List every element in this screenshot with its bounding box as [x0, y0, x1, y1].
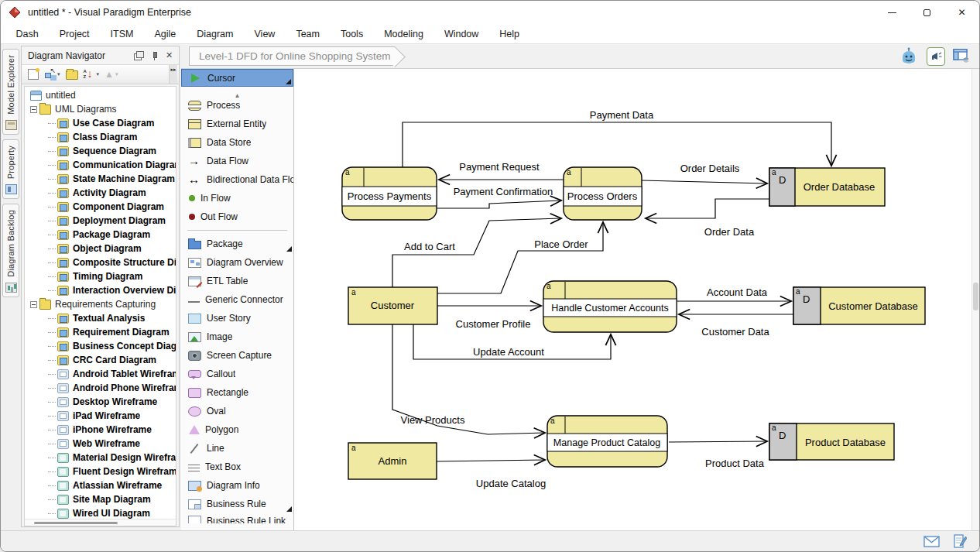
palette-bidirectional-data-flow[interactable]: Bidirectional Data Flow: [181, 170, 293, 189]
palette-line[interactable]: Line: [181, 439, 293, 458]
node-product-database[interactable]: a D Product Database: [769, 423, 894, 460]
tree-item-communication-diagram[interactable]: Communication Diagram: [25, 158, 176, 172]
navigate-up-button[interactable]: ▲▾: [103, 67, 119, 82]
menu-dash[interactable]: Dash: [5, 26, 49, 43]
canvas-vertical-scrollbar[interactable]: [971, 69, 979, 530]
tree-item-state-machine-diagram[interactable]: State Machine Diagram: [25, 172, 176, 186]
panel-layout-icon[interactable]: [953, 49, 970, 64]
palette-rectangle[interactable]: Rectangle: [181, 383, 293, 402]
node-process-payments[interactable]: a Process Payments: [342, 167, 437, 220]
tree-item-wired-ui-diagram[interactable]: Wired UI Diagram: [25, 506, 176, 519]
tree-item-business-concept-diagram[interactable]: Business Concept Diagram: [25, 339, 176, 353]
palette-out-flow[interactable]: Out Flow: [181, 207, 293, 226]
palette-cursor[interactable]: Cursor: [181, 69, 293, 87]
side-tab-property[interactable]: Property: [2, 139, 19, 199]
model-structure-button[interactable]: ▾: [43, 67, 62, 82]
palette-data-flow[interactable]: Data Flow: [181, 152, 293, 170]
toolbar-overflow-button[interactable]: ▸▸: [169, 65, 177, 84]
node-customer[interactable]: a Customer: [348, 287, 437, 324]
menu-diagram[interactable]: Diagram: [187, 26, 244, 43]
palette-scroll-down-icon[interactable]: [181, 523, 293, 530]
tree-item-untitled[interactable]: untitled: [25, 88, 176, 102]
close-panel-icon[interactable]: [165, 51, 175, 60]
float-panel-icon[interactable]: [134, 51, 144, 60]
edge-order-details[interactable]: [642, 180, 766, 183]
minimize-button[interactable]: [875, 1, 910, 24]
diagram-canvas[interactable]: Payment Data Payment Request Payment Con…: [294, 69, 979, 530]
palette-user-story[interactable]: User Story: [181, 309, 293, 327]
mail-icon[interactable]: [923, 536, 940, 547]
tree-item-package-diagram[interactable]: Package Diagram: [25, 228, 176, 242]
tree-item-uml-diagrams[interactable]: UML Diagrams: [25, 102, 176, 116]
node-customer-database[interactable]: a D Customer Database: [793, 287, 925, 324]
node-handle-customer-accounts[interactable]: a Handle Customer Accounts: [543, 281, 677, 332]
menu-itsm[interactable]: ITSM: [100, 26, 144, 43]
tree-item-interaction-overview-diagram[interactable]: Interaction Overview Diagram: [25, 283, 176, 297]
tree-item-composite-structure-diagram[interactable]: Composite Structure Diagram: [25, 255, 176, 269]
tree-item-material-design-wireframe[interactable]: Material Design Wireframe: [25, 451, 176, 465]
tree-expander-icon[interactable]: [30, 301, 37, 308]
tree-item-web-wireframe[interactable]: Web Wireframe: [25, 437, 176, 451]
announcement-button[interactable]: [927, 47, 945, 66]
sort-button[interactable]: ▾: [82, 67, 101, 82]
tree-scrollbar-thumb[interactable]: [34, 522, 118, 524]
palette-etl-table[interactable]: ETL Table: [181, 272, 293, 290]
tree-item-object-diagram[interactable]: Object Diagram: [25, 242, 176, 255]
palette-in-flow[interactable]: In Flow: [181, 189, 293, 207]
palette-screen-capture[interactable]: Screen Capture: [181, 346, 293, 365]
tree-item-activity-diagram[interactable]: Activity Diagram: [25, 186, 176, 200]
edge-update-catalog[interactable]: [437, 460, 544, 461]
tree-item-requirements-capturing[interactable]: Requirements Capturing: [25, 297, 176, 311]
tree-item-requirement-diagram[interactable]: Requirement Diagram: [25, 325, 176, 339]
menu-team[interactable]: Team: [286, 26, 331, 43]
node-order-database[interactable]: a D Order Database: [769, 168, 885, 206]
palette-scroll-up-icon[interactable]: [181, 87, 293, 96]
side-tab-model-explorer[interactable]: Model Explorer: [2, 49, 19, 135]
ai-assistant-icon[interactable]: [899, 47, 919, 66]
node-manage-product-catalog[interactable]: a Manage Product Catalog: [547, 416, 667, 467]
tree-item-android-phone-wireframe[interactable]: Android Phone Wireframe: [25, 381, 176, 395]
maximize-button[interactable]: [910, 1, 944, 24]
tree-item-site-map-diagram[interactable]: Site Map Diagram: [25, 492, 176, 506]
palette-package[interactable]: Package: [181, 235, 293, 253]
diagram-note-icon[interactable]: [954, 534, 967, 549]
palette-business-rule[interactable]: Business Rule: [181, 495, 293, 513]
menu-help[interactable]: Help: [489, 26, 530, 43]
tree-item-deployment-diagram[interactable]: Deployment Diagram: [25, 214, 176, 228]
edge-order-data[interactable]: [646, 199, 769, 218]
tree-item-atlassian-wireframe[interactable]: Atlassian Wireframe: [25, 478, 176, 492]
tree-item-fluent-design-wireframe[interactable]: Fluent Design Wireframe: [25, 465, 176, 478]
menu-agile[interactable]: Agile: [144, 26, 187, 43]
tree-item-crc-card-diagram[interactable]: CRC Card Diagram: [25, 353, 176, 367]
canvas-scrollbar-thumb[interactable]: [973, 283, 978, 310]
open-folder-button[interactable]: [64, 67, 80, 82]
tree-item-textual-analysis[interactable]: Textual Analysis: [25, 311, 176, 325]
menu-window[interactable]: Window: [433, 26, 488, 43]
palette-data-store[interactable]: Data Store: [181, 133, 293, 152]
palette-polygon[interactable]: Polygon: [181, 420, 293, 439]
pin-panel-icon[interactable]: [149, 51, 159, 60]
tree-item-use-case-diagram[interactable]: Use Case Diagram: [25, 116, 176, 130]
palette-callout[interactable]: Callout: [181, 365, 293, 383]
edge-add-to-cart[interactable]: [392, 218, 560, 287]
menu-project[interactable]: Project: [49, 26, 100, 43]
node-process-orders[interactable]: a Process Orders: [564, 167, 642, 220]
edge-payment-confirmation[interactable]: [437, 201, 560, 208]
node-admin[interactable]: a Admin: [348, 443, 437, 479]
palette-image[interactable]: Image: [181, 327, 293, 346]
menu-modeling[interactable]: Modeling: [374, 26, 434, 43]
palette-process[interactable]: Process: [181, 96, 293, 115]
menu-view[interactable]: View: [244, 26, 286, 43]
tree-item-ipad-wireframe[interactable]: iPad Wireframe: [25, 409, 176, 423]
tree-item-class-diagram[interactable]: Class Diagram: [25, 130, 176, 144]
tree-item-timing-diagram[interactable]: Timing Diagram: [25, 269, 176, 283]
palette-text-box[interactable]: Text Box: [181, 458, 293, 476]
palette-oval[interactable]: Oval: [181, 402, 293, 420]
tree-item-desktop-wireframe[interactable]: Desktop Wireframe: [25, 395, 176, 409]
breadcrumb[interactable]: Level-1 DFD for Online Shopping System: [189, 46, 396, 66]
menu-tools[interactable]: Tools: [330, 26, 373, 43]
tree-expander-icon[interactable]: [30, 106, 37, 113]
palette-diagram-info[interactable]: Diagram Info: [181, 476, 293, 495]
new-diagram-button[interactable]: [26, 67, 40, 82]
palette-business-rule-link[interactable]: Business Rule Link: [181, 513, 293, 523]
